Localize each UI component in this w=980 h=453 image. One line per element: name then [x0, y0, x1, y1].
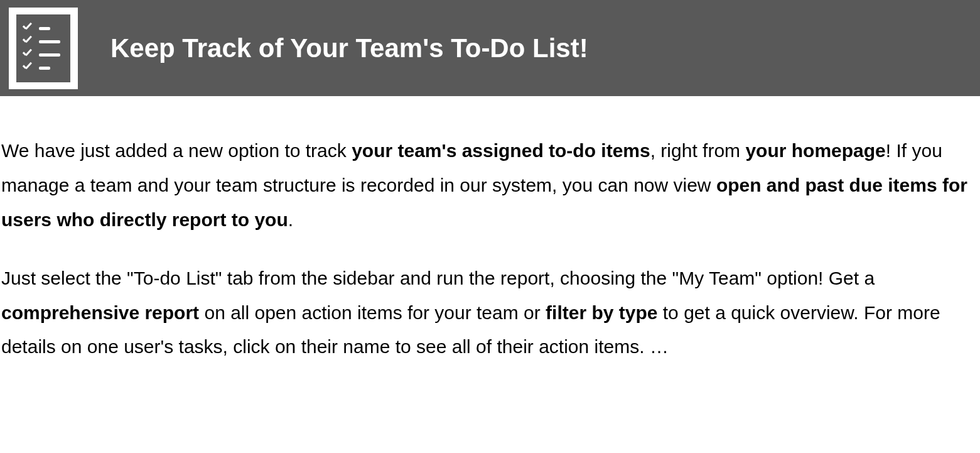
- text: , right from: [650, 140, 746, 161]
- text: on all open action items for your team o…: [199, 302, 546, 323]
- paragraph-2: Just select the "To-do List" tab from th…: [1, 261, 979, 365]
- page-title: Keep Track of Your Team's To-Do List!: [110, 33, 588, 63]
- text: Just select the "To-do List" tab from th…: [1, 268, 875, 288]
- bold-text: your team's assigned to-do items: [352, 140, 650, 161]
- text: We have just added a new option to track: [1, 140, 352, 161]
- content-body: We have just added a new option to track…: [0, 96, 980, 364]
- bold-text: comprehensive report: [1, 302, 199, 323]
- paragraph-1: We have just added a new option to track…: [1, 134, 979, 237]
- bold-text: filter by type: [546, 302, 657, 323]
- checklist-icon: [9, 8, 78, 89]
- header-banner: Keep Track of Your Team's To-Do List!: [0, 0, 980, 96]
- bold-text: your homepage: [745, 140, 885, 161]
- text: .: [288, 209, 293, 230]
